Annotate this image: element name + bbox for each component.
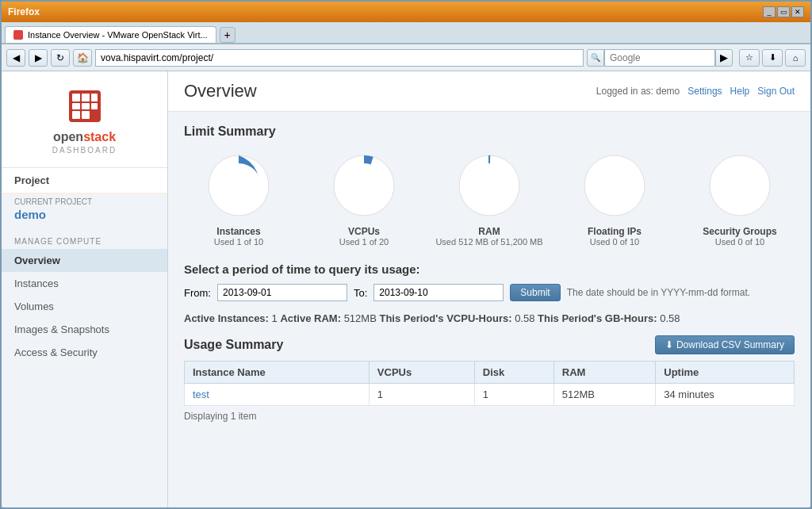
tab-favicon — [13, 30, 23, 40]
search-submit-button[interactable]: ▶ — [715, 49, 733, 67]
svg-rect-2 — [82, 94, 90, 101]
logo-stack-text: stack — [83, 130, 116, 144]
usage-table: Instance Name VCPUs Disk RAM Uptime test — [184, 361, 795, 406]
gb-hours-value: 0.58 — [660, 312, 680, 324]
download-icon: ⬇ — [665, 339, 673, 350]
col-vcpus: VCPUs — [369, 362, 474, 384]
active-ram-label: Active RAM: — [280, 312, 341, 324]
cell-instance-name: test — [185, 384, 370, 406]
address-bar[interactable] — [95, 49, 584, 67]
gauge-vcpus: VCPUs Used 1 of 20 — [309, 150, 419, 247]
gauge-security-groups: Security Groups Used 0 of 10 — [685, 150, 795, 247]
from-date-input[interactable] — [217, 284, 347, 301]
sidebar-item-instances[interactable]: Instances — [2, 272, 167, 295]
svg-point-15 — [467, 163, 511, 208]
minimize-button[interactable]: _ — [763, 6, 776, 17]
sidebar-item-access-security[interactable]: Access & Security — [2, 341, 167, 364]
browser-navbar: ◀ ▶ ↻ 🏠 🔍 ▶ ☆ ⬇ ⌂ — [2, 44, 810, 71]
query-hint: The date should be in YYYY-mm-dd format. — [567, 287, 750, 298]
svg-rect-3 — [91, 94, 98, 101]
submit-button[interactable]: Submit — [510, 284, 560, 301]
gauge-floating-ips: Floating IPs Used 0 of 10 — [560, 150, 669, 247]
active-ram-value: 512MB — [344, 312, 377, 324]
sidebar-item-images-snapshots[interactable]: Images & Snapshots — [2, 318, 167, 341]
main-body: Limit Summary Instances Used 1 of 10 — [168, 112, 810, 439]
cell-ram: 512MB — [553, 384, 655, 406]
settings-link[interactable]: Settings — [688, 86, 722, 97]
limit-summary-title: Limit Summary — [184, 124, 795, 139]
search-icon: 🔍 — [587, 49, 604, 67]
instances-pie-chart — [203, 150, 274, 221]
floating-ips-gauge-sublabel: Used 0 of 10 — [590, 237, 639, 247]
browser-titlebar: Firefox _ ▭ ✕ — [2, 2, 810, 22]
main-content: Overview Logged in as: demo Settings Hel… — [168, 71, 810, 507]
download-csv-button[interactable]: ⬇ Download CSV Summary — [655, 335, 795, 354]
gauge-ram: RAM Used 512 MB of 51,200 MB — [435, 150, 544, 247]
usage-summary-title: Usage Summary — [184, 338, 283, 352]
sidebar-item-volumes[interactable]: Volumes — [2, 295, 167, 318]
vcpu-hours-label: This Period's VCPU-Hours: — [379, 312, 511, 324]
to-label: To: — [354, 287, 367, 299]
col-ram: RAM — [553, 362, 655, 384]
current-project-label: CURRENT PROJECT — [2, 194, 167, 206]
window-controls: _ ▭ ✕ — [763, 6, 804, 17]
back-button[interactable]: ◀ — [6, 49, 25, 67]
search-input[interactable] — [604, 49, 715, 67]
browser-tabbar: Instance Overview - VMware OpenStack Vir… — [2, 22, 810, 44]
download-icon[interactable]: ⬇ — [762, 49, 783, 67]
table-row: test 1 1 512MB 34 minutes — [185, 384, 795, 406]
security-groups-gauge-label: Security Groups — [703, 226, 776, 237]
ram-pie-chart — [454, 150, 525, 221]
project-tab-button[interactable]: Project — [2, 168, 167, 194]
browser-title: Firefox — [8, 6, 40, 17]
refresh-button[interactable]: ↻ — [51, 49, 70, 67]
from-label: From: — [184, 287, 211, 299]
cell-uptime: 34 minutes — [656, 384, 795, 406]
gauge-row: Instances Used 1 of 10 VCPUs — [184, 150, 795, 247]
active-tab[interactable]: Instance Overview - VMware OpenStack Vir… — [5, 26, 216, 43]
gauge-instances: Instances Used 1 of 10 — [184, 150, 293, 247]
close-button[interactable]: ✕ — [791, 6, 804, 17]
usage-summary-section: Usage Summary ⬇ Download CSV Summary Ins… — [184, 335, 795, 427]
floating-ips-gauge-label: Floating IPs — [588, 226, 642, 237]
col-instance-name: Instance Name — [185, 362, 370, 384]
main-header: Overview Logged in as: demo Settings Hel… — [168, 71, 810, 112]
query-section-title: Select a period of time to query its usa… — [184, 262, 795, 276]
logged-in-label: Logged in as: demo — [596, 86, 680, 97]
sidebar: openstack DASHBOARD Project CURRENT PROJ… — [2, 71, 168, 507]
manage-compute-label: Manage Compute — [2, 229, 167, 249]
svg-rect-1 — [72, 94, 80, 101]
vcpu-hours-value: 0.58 — [515, 312, 534, 324]
cell-disk: 1 — [474, 384, 553, 406]
ram-gauge-label: RAM — [478, 226, 500, 237]
svg-rect-4 — [72, 103, 80, 109]
stats-row: Active Instances: 1 Active RAM: 512MB Th… — [184, 312, 795, 324]
svg-point-19 — [718, 163, 762, 208]
openstack-logo-icon — [61, 84, 109, 128]
to-date-input[interactable] — [373, 284, 504, 301]
security-groups-pie-chart — [704, 150, 776, 221]
forward-button[interactable]: ▶ — [29, 49, 48, 67]
col-disk: Disk — [474, 362, 553, 384]
tab-title: Instance Overview - VMware OpenStack Vir… — [28, 30, 208, 40]
browser-window: Firefox _ ▭ ✕ Instance Overview - VMware… — [0, 0, 812, 509]
svg-point-10 — [216, 163, 261, 208]
home-icon[interactable]: ⌂ — [785, 49, 806, 67]
bookmark-icon[interactable]: ☆ — [739, 49, 760, 67]
help-link[interactable]: Help — [730, 86, 750, 97]
instances-gauge-sublabel: Used 1 of 10 — [214, 237, 263, 247]
svg-rect-7 — [72, 111, 80, 119]
instance-name-link[interactable]: test — [193, 388, 209, 400]
restore-button[interactable]: ▭ — [777, 6, 790, 17]
new-tab-button[interactable]: + — [220, 27, 236, 43]
sidebar-item-overview[interactable]: Overview — [2, 249, 167, 272]
home-button[interactable]: 🏠 — [73, 49, 92, 67]
table-header-row: Instance Name VCPUs Disk RAM Uptime — [185, 362, 795, 384]
vcpus-pie-chart — [328, 150, 400, 221]
sign-out-link[interactable]: Sign Out — [757, 86, 795, 97]
ram-gauge-sublabel: Used 512 MB of 51,200 MB — [435, 237, 542, 247]
page-title: Overview — [184, 81, 257, 101]
sidebar-logo: openstack DASHBOARD — [2, 71, 167, 168]
usage-summary-header: Usage Summary ⬇ Download CSV Summary — [184, 335, 795, 354]
cell-vcpus: 1 — [369, 384, 474, 406]
